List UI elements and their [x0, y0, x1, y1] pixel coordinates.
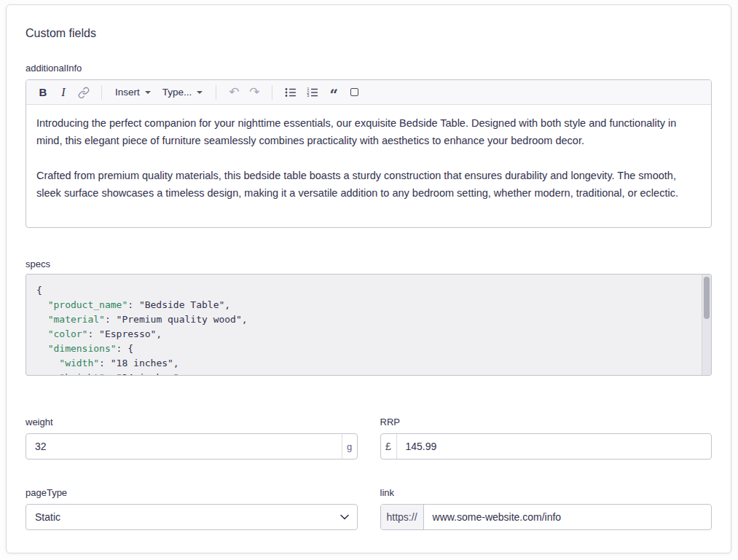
bullet-list-button[interactable]	[280, 82, 301, 103]
redo-button[interactable]: ↷	[245, 82, 264, 103]
page-type-select[interactable]: Static	[25, 504, 358, 530]
toolbar-divider	[101, 85, 102, 100]
link-field: link https:// www.some-website.com/info	[380, 487, 713, 530]
code-line: "material": "Premium quality wood",	[36, 312, 692, 327]
code-line: {	[36, 283, 692, 298]
weight-input[interactable]: 32 g	[25, 433, 358, 460]
chevron-down-icon	[340, 514, 349, 520]
code-line: "dimensions": {	[36, 342, 692, 356]
insert-dropdown-label: Insert	[115, 87, 140, 98]
link-label: link	[380, 487, 713, 498]
weight-field: weight 32 g	[25, 417, 358, 460]
rrp-label: RRP	[380, 417, 713, 427]
richtext-content[interactable]: Introducing the perfect companion for yo…	[26, 105, 711, 227]
specs-scrollbar[interactable]	[702, 275, 711, 375]
rrp-field: RRP £ 145.99	[380, 417, 713, 460]
link-icon	[78, 87, 90, 98]
url-scheme-prefix: https://	[381, 505, 424, 529]
chevron-down-icon	[145, 91, 151, 94]
code-line: "product_name": "Bedside Table",	[36, 298, 692, 312]
type-dropdown[interactable]: Type...	[157, 82, 208, 103]
page-type-label: pageType	[25, 487, 358, 498]
fields-row-1: weight 32 g RRP £ 145.99	[25, 417, 712, 460]
scrollbar-thumb[interactable]	[704, 277, 710, 319]
weight-label: weight	[25, 417, 358, 427]
bullet-list-icon	[284, 86, 297, 99]
currency-prefix: £	[381, 434, 397, 459]
link-input[interactable]: https:// www.some-website.com/info	[380, 504, 713, 530]
additional-info-label: additionalInfo	[25, 63, 712, 74]
weight-unit-suffix: g	[342, 434, 357, 459]
rrp-value: 145.99	[397, 434, 712, 459]
svg-text:3: 3	[307, 93, 309, 98]
specs-code: { "product_name": "Bedside Table", "mate…	[36, 283, 692, 376]
toolbar-divider	[216, 85, 216, 100]
richtext-toolbar: B I Insert Type...	[26, 80, 711, 105]
paragraph: Crafted from premium quality materials, …	[36, 167, 701, 202]
specs-label: specs	[25, 259, 712, 269]
bold-button[interactable]: B	[34, 82, 52, 103]
type-dropdown-label: Type...	[162, 87, 192, 98]
specs-field: specs { "product_name": "Bedside Table",…	[25, 259, 712, 376]
blockquote-button[interactable]: “	[324, 82, 343, 103]
page-type-field: pageType Static	[25, 487, 358, 530]
undo-button[interactable]: ↶	[224, 82, 243, 103]
chevron-down-icon	[197, 91, 203, 94]
blockquote-icon: “	[330, 83, 339, 102]
ordered-list-icon: 1 2 3	[306, 86, 319, 99]
custom-fields-panel: Custom fields additionalInfo B I In	[6, 4, 731, 553]
media-button[interactable]	[345, 82, 364, 103]
weight-value: 32	[26, 434, 342, 459]
link-button[interactable]	[74, 82, 93, 103]
code-line: "height": "24 inches",	[36, 371, 692, 376]
panel-title: Custom fields	[25, 27, 712, 40]
ordered-list-button[interactable]: 1 2 3	[302, 82, 323, 103]
richtext-editor: B I Insert Type...	[25, 79, 712, 228]
italic-button[interactable]: I	[54, 82, 73, 103]
link-value: www.some-website.com/info	[424, 505, 711, 529]
toolbar-divider	[272, 85, 272, 100]
paragraph: Introducing the perfect companion for yo…	[36, 114, 701, 149]
media-frame-icon	[350, 88, 358, 96]
fields-row-2: pageType Static link https:// www.some-w…	[25, 487, 712, 530]
page-type-selected-value: Static	[35, 511, 60, 523]
screen: Custom fields additionalInfo B I In	[0, 0, 738, 560]
code-line: "color": "Espresso",	[36, 327, 692, 342]
code-line: "width": "18 inches",	[36, 356, 692, 371]
rrp-input[interactable]: £ 145.99	[380, 433, 713, 460]
specs-code-editor[interactable]: { "product_name": "Bedside Table", "mate…	[25, 274, 712, 376]
insert-dropdown[interactable]: Insert	[110, 82, 156, 103]
additional-info-field: additionalInfo B I Insert	[25, 63, 712, 228]
